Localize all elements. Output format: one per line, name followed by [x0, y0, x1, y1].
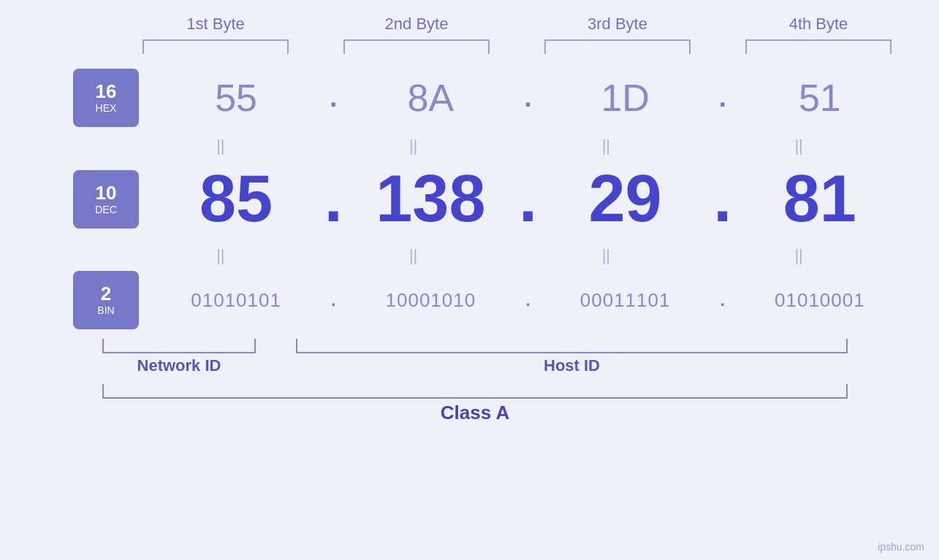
bin-base-number: 2 — [101, 284, 111, 303]
bin-byte1: 01010101 — [161, 289, 311, 312]
dec-byte3: 29 — [550, 161, 701, 237]
hex-dot2: . — [506, 83, 550, 113]
network-id-bracket — [102, 339, 256, 353]
eq1-b2: || — [333, 137, 494, 156]
network-id-label: Network ID — [102, 356, 256, 375]
bin-badge: 2 BIN — [73, 271, 139, 329]
dec-byte4: 81 — [745, 161, 895, 237]
host-id-label: Host ID — [296, 356, 848, 375]
main-container: 1st Byte 2nd Byte 3rd Byte 4th Byte 16 H… — [0, 0, 939, 560]
hex-dot1: . — [311, 83, 355, 113]
bottom-brackets-container — [0, 339, 939, 353]
bin-values: 01010101 . 10001010 . 00011101 . 0101000… — [161, 289, 939, 312]
eq2-b4: || — [718, 246, 879, 265]
bin-byte4: 01010001 — [745, 289, 895, 312]
hex-byte1: 55 — [161, 76, 311, 120]
dec-badge: 10 DEC — [73, 170, 139, 229]
dec-byte1: 85 — [161, 161, 311, 237]
eq2-b2: || — [333, 246, 494, 265]
top-brackets — [115, 39, 919, 54]
hex-dot3: . — [701, 83, 745, 113]
byte-headers: 1st Byte 2nd Byte 3rd Byte 4th Byte — [115, 15, 919, 34]
eq1-b3: || — [525, 137, 686, 156]
byte1-header: 1st Byte — [115, 15, 316, 34]
byte3-header: 3rd Byte — [517, 15, 718, 34]
bracket-1 — [142, 39, 289, 54]
dec-row: 10 DEC 85 . 138 . 29 . 81 — [0, 161, 939, 237]
hex-badge: 16 HEX — [73, 69, 139, 127]
bin-byte2: 10001010 — [355, 289, 506, 312]
class-a-bracket — [102, 384, 848, 399]
hex-byte3: 1D — [550, 76, 701, 120]
hex-base-label: HEX — [96, 102, 117, 114]
eq2-b1: || — [140, 246, 301, 265]
dec-dot1: . — [311, 161, 355, 237]
eq1-b4: || — [718, 137, 879, 156]
hex-byte2: 8A — [355, 76, 506, 120]
dec-base-label: DEC — [95, 204, 117, 215]
bin-row: 2 BIN 01010101 . 10001010 . 00011101 . — [0, 271, 939, 329]
equals-row-1: || || || || — [0, 137, 939, 156]
bin-base-label: BIN — [97, 304, 114, 316]
dec-dot2: . — [506, 161, 550, 237]
byte4-header: 4th Byte — [718, 15, 919, 34]
dec-base-number: 10 — [96, 183, 117, 202]
bracket-2 — [343, 39, 490, 54]
bin-dot3: . — [701, 290, 745, 310]
bracket-3 — [544, 39, 691, 54]
bin-byte3: 00011101 — [550, 289, 701, 312]
bin-dot2: . — [506, 290, 550, 310]
hex-base-number: 16 — [96, 82, 117, 101]
dec-byte2: 138 — [355, 161, 506, 237]
eq1-b1: || — [140, 137, 301, 156]
id-labels-row: Network ID Host ID — [0, 356, 939, 375]
class-a-label: Class A — [102, 402, 848, 424]
byte2-header: 2nd Byte — [316, 15, 517, 34]
host-id-bracket — [296, 339, 848, 353]
class-label-row: Class A — [0, 402, 939, 424]
hex-row: 16 HEX 55 . 8A . 1D . 51 — [0, 69, 939, 127]
dec-dot3: . — [701, 161, 745, 237]
dec-values: 85 . 138 . 29 . 81 — [161, 161, 939, 237]
hex-values: 55 . 8A . 1D . 51 — [161, 76, 939, 120]
eq2-b3: || — [525, 246, 686, 265]
bracket-4 — [745, 39, 892, 54]
class-bracket-container — [0, 384, 939, 399]
hex-byte4: 51 — [745, 76, 895, 120]
bin-dot1: . — [311, 290, 355, 310]
equals-row-2: || || || || — [0, 246, 939, 265]
footer: ipshu.com — [878, 541, 924, 553]
